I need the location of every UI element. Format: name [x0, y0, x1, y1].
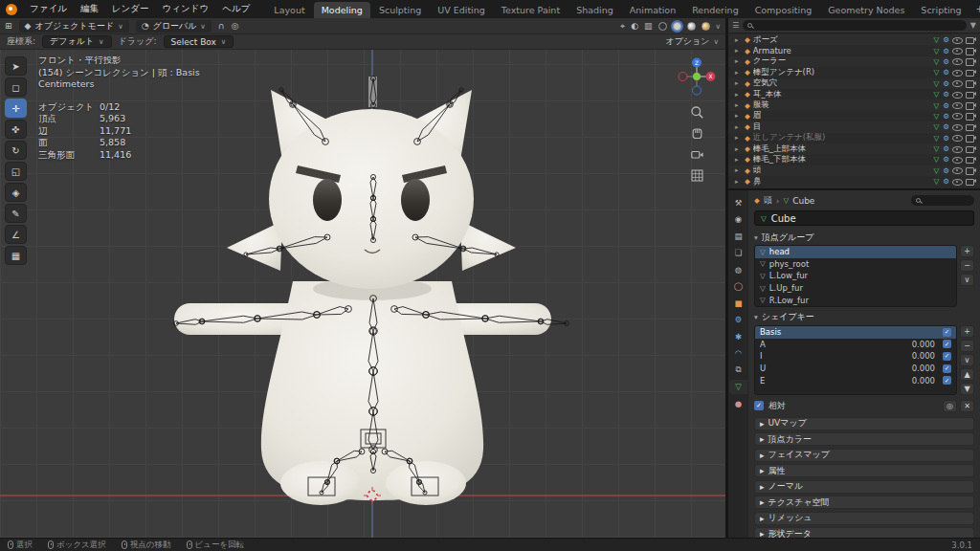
menu-item[interactable]: 編集 — [74, 1, 105, 17]
hide-in-viewport-eye-icon[interactable] — [952, 165, 963, 175]
shape-key-value[interactable]: 0.000 — [912, 340, 935, 349]
menu-item[interactable]: レンダー — [105, 1, 156, 17]
properties-tab[interactable]: ● — [729, 396, 747, 410]
outliner-row[interactable]: ▸ ◆ 近しアンテナ(私服) ▽ ⚙ — [728, 133, 980, 143]
expand-arrow-icon[interactable]: ▸ — [735, 145, 742, 153]
collapsed-section-header[interactable]: ▸ テクスチャ空間 — [754, 496, 974, 509]
hide-in-viewport-eye-icon[interactable] — [952, 144, 963, 154]
shape-key-checkbox[interactable]: ✓ — [943, 340, 951, 348]
shape-key-value[interactable]: 0.000 — [912, 351, 935, 361]
gizmo-z-neg-axis[interactable] — [693, 86, 702, 95]
workspace-tab[interactable]: Scripting — [913, 2, 969, 19]
properties-tab[interactable]: ◍ — [729, 262, 747, 276]
workspace-tab[interactable]: Sculpting — [371, 2, 429, 19]
outliner-row[interactable]: ▸ ◆ 目 ▽ ⚙ — [728, 121, 980, 132]
orientation-dropdown[interactable]: ◔ グローバル ∨ — [136, 20, 212, 33]
outliner-row[interactable]: ▸ ◆ 棒毛_下部本体 ▽ ⚙ — [728, 154, 980, 165]
disable-in-render-camera-icon[interactable] — [966, 155, 977, 165]
properties-tab[interactable]: ❏ — [729, 246, 747, 260]
collapsed-section-header[interactable]: ▸ リメッシュ — [754, 512, 974, 525]
expand-arrow-icon[interactable]: ▸ — [735, 178, 742, 186]
object-name[interactable]: 近しアンテナ(私服) — [753, 132, 826, 143]
workspace-tab[interactable]: Layout — [266, 2, 312, 19]
menu-item[interactable]: ファイル — [23, 1, 74, 17]
cat-model[interactable] — [174, 77, 551, 505]
workspace-tab[interactable]: Geometry Nodes — [820, 2, 912, 19]
orthographic-grid-icon[interactable] — [690, 168, 704, 183]
xray-icon[interactable]: ▥ — [644, 21, 653, 31]
properties-tab[interactable]: ▤ — [729, 229, 747, 243]
collapsed-section-header[interactable]: ▸ 属性 — [754, 464, 974, 477]
editor-type-icon[interactable]: ⊞ — [5, 21, 12, 31]
gizmo-y-axis[interactable] — [693, 73, 701, 80]
camera-view-icon[interactable] — [690, 147, 704, 162]
collapsed-section-header[interactable]: ▸ UVマップ — [754, 417, 974, 430]
tool-button[interactable]: ✎ — [5, 204, 27, 223]
menu-item[interactable]: ウィンドウ — [156, 1, 216, 17]
tool-button[interactable]: ➤ — [5, 56, 27, 76]
shape-key-checkbox[interactable]: ✓ — [943, 364, 951, 373]
disable-in-render-camera-icon[interactable] — [966, 122, 977, 132]
outliner-row[interactable]: ▸ ◆ クーラー ▽ ⚙ — [728, 56, 980, 67]
hide-in-viewport-eye-icon[interactable] — [952, 133, 963, 143]
disable-in-render-camera-icon[interactable] — [966, 46, 977, 55]
list-button[interactable]: ▼ — [960, 383, 974, 395]
shape-key-row[interactable]: I 0.000 ✓ — [755, 350, 956, 363]
object-name[interactable]: クーラー — [753, 55, 786, 67]
datablock-name-field[interactable]: ▽ Cube — [754, 210, 974, 226]
outliner-row[interactable]: ▸ ◆ 空気穴 ▽ ⚙ — [728, 78, 980, 89]
properties-tab[interactable]: ◠ — [729, 346, 747, 361]
workspace-tab[interactable]: Animation — [622, 2, 683, 19]
clear-shapekeys-icon[interactable]: ✕ — [960, 400, 974, 412]
vertex-group-row[interactable]: ▽ head — [755, 246, 956, 258]
hide-in-viewport-eye-icon[interactable] — [952, 111, 963, 121]
object-name[interactable]: 棒毛_下部本体 — [753, 154, 806, 165]
list-button[interactable]: ∨ — [960, 274, 974, 286]
list-button[interactable]: − — [960, 340, 974, 352]
shading-material-icon[interactable] — [687, 22, 696, 31]
shape-key-row[interactable]: A 0.000 ✓ — [755, 339, 956, 351]
disable-in-render-camera-icon[interactable] — [966, 100, 977, 110]
disable-in-render-camera-icon[interactable] — [966, 177, 977, 187]
tool-button[interactable]: ◱ — [5, 162, 27, 181]
disable-in-render-camera-icon[interactable] — [966, 111, 977, 121]
properties-tab[interactable]: ✱ — [729, 329, 747, 343]
outliner-row[interactable]: ▸ ◆ 頭 ▽ ⚙ — [728, 165, 980, 176]
expand-arrow-icon[interactable]: ▸ — [735, 36, 742, 44]
shape-key-checkbox[interactable]: ✓ — [943, 376, 951, 385]
pan-hand-icon[interactable] — [690, 126, 704, 141]
vertex-group-row[interactable]: ▽ L.Low_fur — [755, 270, 956, 282]
shading-wireframe-icon[interactable] — [658, 22, 667, 31]
properties-search-input[interactable] — [911, 195, 974, 206]
pin-icon[interactable]: ◎ — [943, 400, 957, 412]
tool-button[interactable]: ↻ — [5, 141, 27, 160]
breadcrumb-data[interactable]: Cube — [792, 196, 814, 206]
mode-dropdown[interactable]: ◆ オブジェクトモード ∨ — [19, 20, 129, 33]
add-workspace-button[interactable]: + — [971, 4, 980, 14]
hide-in-viewport-eye-icon[interactable] — [952, 35, 963, 45]
shape-key-row[interactable]: Basis ✓ — [755, 326, 956, 339]
outliner-search-input[interactable] — [743, 20, 967, 31]
shape-key-value[interactable]: 0.000 — [912, 364, 935, 373]
tool-button[interactable]: ✜ — [5, 120, 27, 139]
vertex-groups-header[interactable]: ▾ 頂点グループ — [754, 231, 974, 244]
shading-options-chevron-icon[interactable]: ∨ — [716, 22, 722, 31]
outliner-row[interactable]: ▸ ◆ Armature ▽ ⚙ — [728, 45, 980, 55]
disable-in-render-camera-icon[interactable] — [966, 165, 977, 175]
options-button[interactable]: オプション ∨ — [665, 35, 719, 48]
gizmo-x-neg-axis[interactable] — [679, 73, 687, 81]
outliner-row[interactable]: ▸ ◆ 耳_本体 ▽ ⚙ — [728, 89, 980, 99]
overlays-icon[interactable]: ◐ — [631, 21, 638, 31]
hide-in-viewport-eye-icon[interactable] — [952, 100, 963, 110]
object-name[interactable]: 眉 — [753, 110, 762, 121]
expand-arrow-icon[interactable]: ▸ — [735, 166, 742, 174]
outliner-display-mode-icon[interactable]: ☰ — [732, 21, 739, 30]
expand-arrow-icon[interactable]: ▸ — [735, 91, 742, 99]
workspace-tab[interactable]: Texture Paint — [494, 2, 568, 19]
workspace-tab[interactable]: Rendering — [684, 2, 746, 19]
expand-arrow-icon[interactable]: ▸ — [735, 57, 742, 65]
expand-arrow-icon[interactable]: ▸ — [735, 47, 742, 55]
hide-in-viewport-eye-icon[interactable] — [952, 177, 963, 187]
vertex-group-row[interactable]: ▽ phys_root — [755, 258, 956, 271]
disable-in-render-camera-icon[interactable] — [966, 78, 977, 88]
